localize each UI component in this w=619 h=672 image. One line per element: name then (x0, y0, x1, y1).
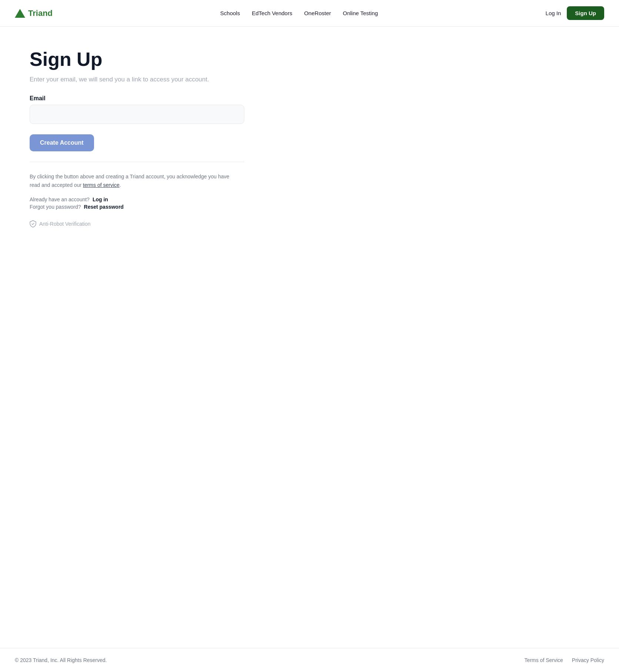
logo-text: Triand (28, 9, 53, 18)
page-subtitle: Enter your email, we will send you a lin… (30, 76, 318, 83)
anti-robot-label: Anti-Robot Verification (39, 221, 91, 227)
create-account-button[interactable]: Create Account (30, 134, 94, 151)
nav-actions: Log In Sign Up (546, 6, 604, 20)
shield-icon (30, 220, 36, 228)
terms-text-before: By clicking the button above and creatin… (30, 174, 229, 188)
terms-text: By clicking the button above and creatin… (30, 172, 237, 189)
nav-online-testing[interactable]: Online Testing (343, 10, 378, 16)
footer-links: Terms of Service Privacy Policy (525, 657, 604, 663)
logo-triangle-icon (15, 9, 25, 18)
reset-link-row: Forgot you password? Reset password (30, 204, 318, 210)
reset-password-link[interactable]: Reset password (84, 204, 124, 210)
nav-schools[interactable]: Schools (220, 10, 240, 16)
terms-of-service-link[interactable]: terms of service (83, 182, 120, 188)
main-nav: Schools EdTech Vendors OneRoster Online … (220, 10, 378, 16)
logo: Triand (15, 9, 53, 18)
email-label: Email (30, 95, 318, 102)
login-button[interactable]: Log In (546, 10, 561, 16)
account-links: Already have an account? Log in Forgot y… (30, 196, 318, 210)
nav-oneroster[interactable]: OneRoster (304, 10, 331, 16)
site-header: Triand Schools EdTech Vendors OneRoster … (0, 0, 619, 27)
nav-edtech-vendors[interactable]: EdTech Vendors (252, 10, 292, 16)
have-account-text: Already have an account? (30, 196, 90, 202)
footer-copyright: © 2023 Triand, Inc. All Rights Reserved. (15, 657, 107, 663)
terms-text-after: . (120, 182, 121, 188)
anti-robot-section: Anti-Robot Verification (30, 220, 318, 228)
email-input[interactable] (30, 105, 244, 124)
signup-nav-button[interactable]: Sign Up (567, 6, 604, 20)
forgot-text: Forgot you password? (30, 204, 81, 210)
divider (30, 162, 244, 162)
page-title: Sign Up (30, 49, 318, 70)
login-link-row: Already have an account? Log in (30, 196, 318, 202)
login-link[interactable]: Log in (93, 196, 108, 202)
footer-terms-link[interactable]: Terms of Service (525, 657, 563, 663)
site-footer: © 2023 Triand, Inc. All Rights Reserved.… (0, 648, 619, 672)
email-form-group: Email (30, 95, 318, 124)
main-content: Sign Up Enter your email, we will send y… (0, 27, 333, 648)
footer-privacy-link[interactable]: Privacy Policy (572, 657, 604, 663)
